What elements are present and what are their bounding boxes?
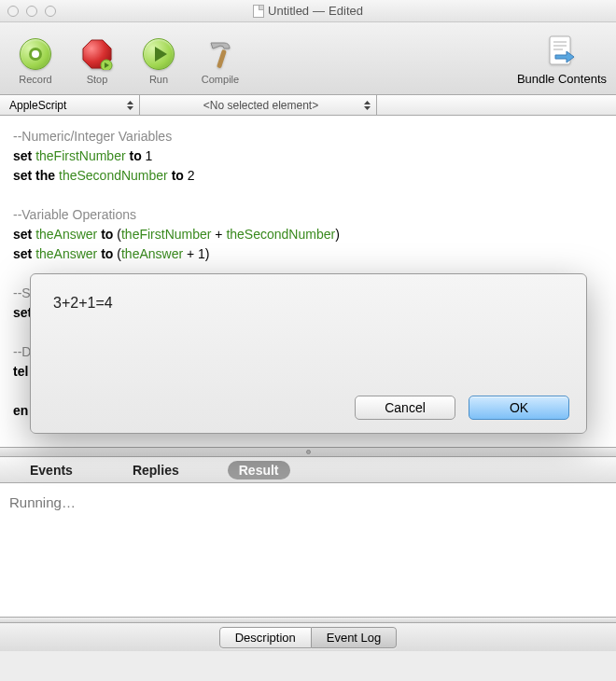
bundle-icon (546, 35, 578, 70)
code-token: to (168, 168, 188, 183)
title-dash: — (313, 4, 325, 18)
code-token: theSecondNumber (59, 168, 168, 183)
grip-icon (306, 450, 311, 454)
bottom-bar: Description Event Log (0, 623, 616, 651)
code-token: to (97, 246, 117, 261)
stop-label: Stop (87, 74, 108, 85)
bundle-label: Bundle Contents (517, 72, 607, 86)
stepper-icon (362, 100, 372, 111)
code-token: to (97, 227, 117, 242)
code-token: set (13, 246, 35, 261)
event-log-button[interactable]: Event Log (312, 627, 398, 648)
code-token: to (126, 148, 146, 163)
code-token: + 1) (183, 246, 209, 261)
compile-label: Compile (202, 74, 239, 85)
code-token: theFirstNumber (35, 148, 125, 163)
cancel-button[interactable]: Cancel (355, 396, 455, 420)
code-line: --D (13, 344, 31, 359)
code-line: tel (13, 364, 28, 379)
record-button[interactable]: Record (9, 36, 62, 85)
stop-icon (81, 38, 113, 70)
view-segmented-control: Description Event Log (219, 627, 398, 648)
code-token: theAnswer (121, 246, 183, 261)
tab-result[interactable]: Result (228, 461, 290, 479)
svg-marker-10 (364, 101, 371, 104)
svg-rect-3 (217, 49, 227, 68)
code-token: theFirstNumber (121, 227, 211, 242)
svg-marker-9 (127, 106, 133, 110)
record-label: Record (19, 74, 51, 85)
code-token: theSecondNumber (226, 227, 335, 242)
code-token: theAnswer (35, 227, 97, 242)
compile-button[interactable]: Compile (194, 36, 246, 85)
ok-button[interactable]: OK (469, 396, 569, 420)
alert-dialog: 3+2+1=4 Cancel OK (30, 273, 587, 434)
tab-events[interactable]: Events (19, 461, 84, 479)
compile-icon (203, 36, 238, 72)
record-icon (20, 38, 51, 70)
run-icon (143, 38, 175, 70)
result-output: Running… (0, 483, 616, 618)
navigation-bar: AppleScript <No selected element> (0, 95, 616, 116)
title-filename: Untitled (268, 4, 309, 18)
horizontal-splitter[interactable] (0, 448, 616, 457)
log-tabs: Events Replies Result (0, 457, 616, 483)
title-status: Edited (329, 4, 363, 18)
document-icon (253, 5, 264, 18)
code-token: + (211, 227, 226, 242)
bundle-contents-button[interactable]: Bundle Contents (517, 35, 607, 86)
element-value: <No selected element> (203, 99, 318, 112)
language-selector[interactable]: AppleScript (0, 95, 140, 115)
description-button[interactable]: Description (219, 627, 312, 648)
code-line: --Variable Operations (13, 207, 136, 222)
code-line: en (13, 403, 28, 418)
code-token: 1 (146, 148, 153, 163)
result-text: Running… (9, 494, 76, 510)
code-token: 2 (188, 168, 195, 183)
code-token: set (13, 148, 35, 163)
svg-marker-11 (364, 106, 371, 110)
toolbar: Record Stop Run Compile (0, 22, 616, 95)
code-line: --S (13, 285, 31, 300)
code-token: ) (335, 227, 340, 242)
stop-button[interactable]: Stop (71, 36, 123, 85)
run-button[interactable]: Run (133, 36, 185, 85)
code-line: --Numeric/Integer Variables (13, 129, 172, 144)
run-label: Run (149, 74, 168, 85)
language-value: AppleScript (9, 99, 66, 112)
code-token: set (13, 227, 35, 242)
titlebar: Untitled — Edited (0, 0, 616, 22)
dialog-message: 3+2+1=4 (53, 295, 567, 312)
code-token: theAnswer (35, 246, 97, 261)
window-title: Untitled — Edited (0, 4, 616, 18)
dialog-buttons: Cancel OK (355, 396, 569, 420)
stepper-icon (125, 100, 135, 111)
svg-marker-8 (127, 101, 133, 104)
code-token: set the (13, 168, 59, 183)
tab-replies[interactable]: Replies (121, 461, 190, 479)
element-selector[interactable]: <No selected element> (140, 95, 377, 115)
